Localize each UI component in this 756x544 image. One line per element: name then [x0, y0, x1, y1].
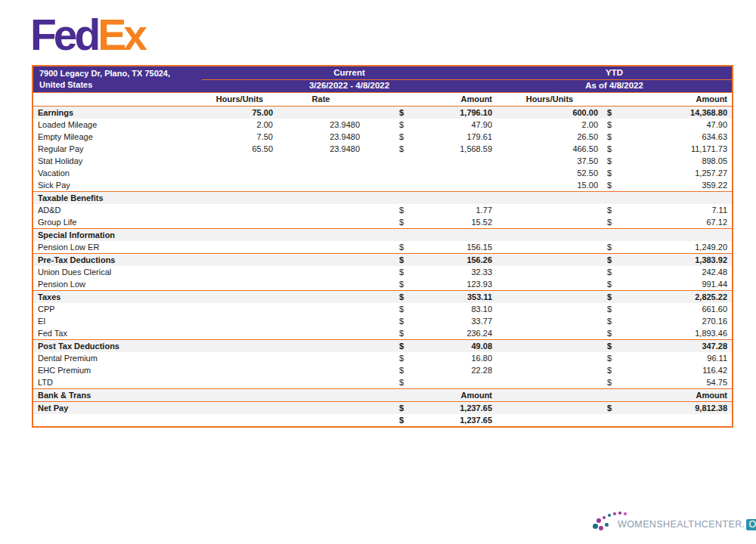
table-row: EHC Premium$22.28$116.42 [33, 364, 733, 376]
cell-rate: 23.9480 [277, 119, 364, 131]
cell-cur: $ [364, 315, 408, 327]
cell-ytd-hours [497, 291, 603, 304]
ytd-hours-column-header: Hours/Units [497, 93, 603, 107]
cell-ytd-cur: $ [603, 241, 619, 254]
cell-label: LTD [33, 376, 202, 389]
cell-cur: $ [364, 266, 408, 278]
cell-ytd-hours [497, 192, 603, 205]
cell-ytd-cur [603, 414, 619, 427]
cell-ytd-amount: Amount [619, 389, 733, 402]
cell-ytd-amount: 9,812.38 [619, 402, 733, 415]
cell-label: Pension Low [33, 278, 202, 291]
cell-ytd-hours [497, 266, 603, 278]
cell-label: Dental Premium [33, 352, 202, 364]
table-row: Sick Pay15.00$359.22 [33, 179, 733, 192]
cell-ytd-hours [497, 216, 603, 229]
cell-ytd-amount: 347.28 [619, 340, 733, 353]
cell-ytd-cur: $ [603, 167, 619, 179]
cell-rate [277, 303, 364, 315]
table-row: Dental Premium$16.80$96.11 [33, 352, 733, 364]
table-row: Post Tax Deductions$49.08$347.28 [33, 340, 733, 353]
cell-label: Fed Tax [33, 327, 202, 340]
cell-ytd-amount [619, 192, 733, 205]
cell-ytd-cur [603, 389, 619, 402]
current-section-header: Current [202, 66, 497, 79]
cell-amount: 1,237.65 [408, 414, 497, 427]
cell-ytd-amount: 14,368.80 [619, 107, 733, 119]
cell-cur [364, 167, 408, 179]
cell-rate [277, 340, 364, 353]
cell-ytd-cur: $ [603, 340, 619, 353]
cell-hours: 65.50 [202, 143, 277, 155]
address-line2: United States [39, 79, 196, 91]
cell-cur: $ [364, 414, 408, 427]
cell-amount [408, 179, 497, 192]
cell-ytd-amount: 67.12 [619, 216, 733, 229]
cell-cur [364, 192, 408, 205]
cell-ytd-cur: $ [603, 291, 619, 304]
cell-ytd-cur: $ [603, 402, 619, 415]
table-row: Pre-Tax Deductions$156.26$1,383.92 [33, 254, 733, 267]
cell-label: Taxes [33, 291, 202, 304]
cell-hours [202, 315, 277, 327]
cell-ytd-hours [497, 389, 603, 402]
cell-ytd-hours: 37.50 [497, 155, 603, 167]
cell-ytd-cur [603, 192, 619, 205]
cell-hours [202, 266, 277, 278]
cell-rate: 23.9480 [277, 143, 364, 155]
cell-rate [277, 204, 364, 216]
cell-ytd-hours: 600.00 [497, 107, 603, 119]
cell-label [33, 414, 202, 427]
cell-amount: 1,796.10 [408, 107, 497, 119]
cell-ytd-cur: $ [603, 216, 619, 229]
cell-ytd-hours: 466.50 [497, 143, 603, 155]
cell-cur: $ [364, 107, 408, 119]
table-row: EI$33.77$270.16 [33, 315, 733, 327]
table-row: Special Information [33, 229, 733, 242]
cell-cur: $ [364, 402, 408, 415]
cell-cur: $ [364, 376, 408, 389]
cell-ytd-amount: 242.48 [619, 266, 733, 278]
cell-rate [277, 254, 364, 267]
cell-label: Earnings [33, 107, 202, 119]
cell-rate [277, 315, 364, 327]
cell-ytd-amount: 991.44 [619, 278, 733, 291]
cell-cur [364, 229, 408, 242]
table-row: Earnings75.00$1,796.10600.00$14,368.80 [33, 107, 733, 119]
cell-cur: $ [364, 291, 408, 304]
cell-amount: 1,237.65 [408, 402, 497, 415]
cell-ytd-cur: $ [603, 119, 619, 131]
cell-ytd-amount [619, 229, 733, 242]
cell-amount [408, 192, 497, 205]
cell-hours [202, 155, 277, 167]
cell-cur: $ [364, 364, 408, 376]
cell-cur: $ [364, 241, 408, 254]
cell-hours: 7.50 [202, 131, 277, 143]
cell-ytd-amount: 11,171.73 [619, 143, 733, 155]
cell-ytd-amount: 1,249.20 [619, 241, 733, 254]
pay-statement-table: 7900 Legacy Dr, Plano, TX 75024, United … [32, 65, 733, 428]
cell-label: Empty Mileage [33, 131, 202, 143]
current-amount-column-header: Amount [364, 93, 497, 107]
cell-ytd-cur: $ [603, 254, 619, 267]
cell-ytd-amount: 47.90 [619, 119, 733, 131]
cell-amount: 32.33 [408, 266, 497, 278]
table-row: AD&D$1.77$7.11 [33, 204, 733, 216]
cell-hours [202, 376, 277, 389]
cell-ytd-hours [497, 402, 603, 415]
watermark-dot [608, 514, 611, 517]
cell-ytd-hours [497, 315, 603, 327]
cell-amount: 16.80 [408, 352, 497, 364]
cell-amount: 22.28 [408, 364, 497, 376]
cell-rate [277, 241, 364, 254]
current-rate-column-header: Rate [277, 93, 364, 107]
cell-cur: $ [364, 278, 408, 291]
watermark-dot [624, 512, 626, 515]
cell-cur: $ [364, 327, 408, 340]
cell-label: Special Information [33, 229, 202, 242]
cell-amount [408, 167, 497, 179]
cell-cur: $ [364, 254, 408, 267]
watermark-org-badge: ORG [746, 519, 756, 530]
cell-amount [408, 376, 497, 389]
watermark-dot [613, 512, 616, 515]
